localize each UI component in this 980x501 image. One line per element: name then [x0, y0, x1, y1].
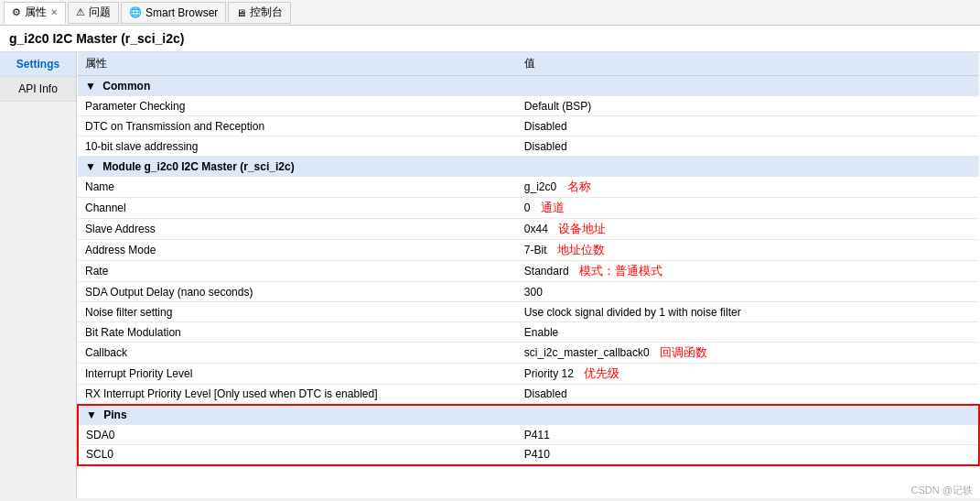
- tab-problems[interactable]: ⚠ 问题: [68, 2, 119, 24]
- tab-console[interactable]: 🖥 控制台: [228, 2, 291, 24]
- prop-value-param-checking[interactable]: Default (BSP): [517, 96, 979, 116]
- table-row: Name g_i2c0 名称: [78, 177, 979, 198]
- prop-value-sda-delay[interactable]: 300: [517, 282, 979, 302]
- section-module-label: Module g_i2c0 I2C Master (r_sci_i2c): [102, 160, 294, 173]
- tab-bar: ⚙ 属性 ✕ ⚠ 问题 🌐 Smart Browser 🖥 控制台: [0, 0, 980, 26]
- prop-value-channel[interactable]: 0 通道: [517, 198, 979, 219]
- section-module-header: ▼ Module g_i2c0 I2C Master (r_sci_i2c): [78, 157, 979, 177]
- table-row: Slave Address 0x44 设备地址: [78, 219, 979, 240]
- section-pins-label: Pins: [103, 408, 126, 421]
- console-icon: 🖥: [236, 7, 246, 18]
- browser-icon: 🌐: [129, 6, 142, 18]
- main-area: Settings API Info 属性 值: [0, 52, 980, 498]
- tab-properties-close[interactable]: ✕: [50, 7, 58, 17]
- prop-value-dtc[interactable]: Disabled: [517, 116, 979, 136]
- tab-properties[interactable]: ⚙ 属性 ✕: [4, 2, 66, 24]
- sidebar-settings-label: Settings: [16, 58, 59, 71]
- prop-name-noise-filter: Noise filter setting: [78, 302, 517, 322]
- prop-value-sda0[interactable]: P411: [517, 425, 979, 445]
- properties-table: 属性 值 ▼ Common Parameter Che: [77, 52, 980, 466]
- problems-icon: ⚠: [76, 6, 85, 18]
- prop-name-name: Name: [78, 177, 517, 198]
- table-row: 10-bit slave addressing Disabled: [78, 136, 979, 157]
- annotation-callback: 回调函数: [660, 345, 707, 359]
- table-row: SDA0 P411: [78, 425, 979, 445]
- table-row: Channel 0 通道: [78, 198, 979, 219]
- section-common-header: ▼ Common: [78, 76, 979, 96]
- prop-name-dtc: DTC on Transmission and Reception: [78, 116, 517, 136]
- properties-icon: ⚙: [12, 6, 21, 18]
- section-pins-header: ▼ Pins: [78, 405, 979, 425]
- section-module-collapse[interactable]: ▼: [85, 160, 96, 173]
- sidebar-api-info-label: API Info: [18, 82, 58, 95]
- prop-name-rate: Rate: [78, 261, 517, 282]
- tab-console-label: 控制台: [250, 5, 283, 20]
- prop-name-interrupt-priority: Interrupt Priority Level: [78, 364, 517, 385]
- annotation-name: 名称: [567, 180, 591, 193]
- prop-name-callback: Callback: [78, 343, 517, 364]
- prop-value-rate[interactable]: Standard 模式：普通模式: [517, 261, 979, 282]
- section-common-label: Common: [102, 80, 150, 93]
- prop-name-rx-interrupt: RX Interrupt Priority Level [Only used w…: [78, 385, 517, 405]
- page-title: g_i2c0 I2C Master (r_sci_i2c): [9, 31, 184, 46]
- annotation-address-mode: 地址位数: [557, 243, 605, 256]
- prop-name-10bit: 10-bit slave addressing: [78, 136, 517, 157]
- table-row: SDA Output Delay (nano seconds) 300: [78, 282, 979, 302]
- column-property: 属性: [78, 52, 517, 76]
- prop-value-noise-filter[interactable]: Use clock signal divided by 1 with noise…: [517, 302, 979, 322]
- sidebar: Settings API Info: [0, 52, 77, 498]
- prop-name-param-checking: Parameter Checking: [78, 96, 517, 116]
- table-row: Parameter Checking Default (BSP): [78, 96, 979, 116]
- prop-name-sda-delay: SDA Output Delay (nano seconds): [78, 282, 517, 302]
- tab-properties-label: 属性: [25, 5, 47, 20]
- table-row: Bit Rate Modulation Enable: [78, 322, 979, 343]
- sidebar-item-settings[interactable]: Settings: [0, 52, 76, 77]
- section-pins-collapse[interactable]: ▼: [86, 408, 97, 421]
- prop-value-10bit[interactable]: Disabled: [517, 136, 979, 157]
- prop-value-name[interactable]: g_i2c0 名称: [517, 177, 979, 198]
- table-row: Interrupt Priority Level Priority 12 优先级: [78, 364, 979, 385]
- table-row: DTC on Transmission and Reception Disabl…: [78, 116, 979, 136]
- tab-smart-browser[interactable]: 🌐 Smart Browser: [121, 2, 226, 24]
- table-row: Noise filter setting Use clock signal di…: [78, 302, 979, 322]
- prop-name-address-mode: Address Mode: [78, 240, 517, 261]
- table-row: Callback sci_i2c_master_callback0 回调函数: [78, 343, 979, 364]
- table-row: RX Interrupt Priority Level [Only used w…: [78, 385, 979, 405]
- prop-value-callback[interactable]: sci_i2c_master_callback0 回调函数: [517, 343, 979, 364]
- sidebar-item-api-info[interactable]: API Info: [0, 77, 76, 102]
- annotation-rate: 模式：普通模式: [579, 264, 662, 278]
- prop-name-scl0: SCL0: [78, 445, 517, 465]
- section-common-collapse[interactable]: ▼: [85, 80, 96, 93]
- prop-name-slave-address: Slave Address: [78, 219, 517, 240]
- prop-value-bit-rate[interactable]: Enable: [517, 322, 979, 343]
- properties-panel: 属性 值 ▼ Common Parameter Che: [77, 52, 980, 498]
- prop-value-interrupt-priority[interactable]: Priority 12 优先级: [517, 364, 979, 385]
- table-row: SCL0 P410: [78, 445, 979, 465]
- annotation-slave-address: 设备地址: [558, 222, 606, 235]
- prop-value-rx-interrupt[interactable]: Disabled: [517, 385, 979, 405]
- column-value: 值: [517, 52, 979, 76]
- annotation-interrupt-priority: 优先级: [584, 366, 619, 380]
- tab-problems-label: 问题: [89, 5, 111, 20]
- prop-name-channel: Channel: [78, 198, 517, 219]
- tab-smart-browser-label: Smart Browser: [145, 6, 218, 19]
- prop-name-bit-rate: Bit Rate Modulation: [78, 322, 517, 343]
- prop-value-slave-address[interactable]: 0x44 设备地址: [517, 219, 979, 240]
- prop-name-sda0: SDA0: [78, 425, 517, 445]
- prop-value-address-mode[interactable]: 7-Bit 地址位数: [517, 240, 979, 261]
- table-row: Rate Standard 模式：普通模式: [78, 261, 979, 282]
- watermark: CSDN @记轶: [911, 484, 973, 497]
- table-row: Address Mode 7-Bit 地址位数: [78, 240, 979, 261]
- annotation-channel: 通道: [541, 201, 565, 214]
- prop-value-scl0[interactable]: P410: [517, 445, 979, 465]
- title-bar: g_i2c0 I2C Master (r_sci_i2c): [0, 26, 980, 52]
